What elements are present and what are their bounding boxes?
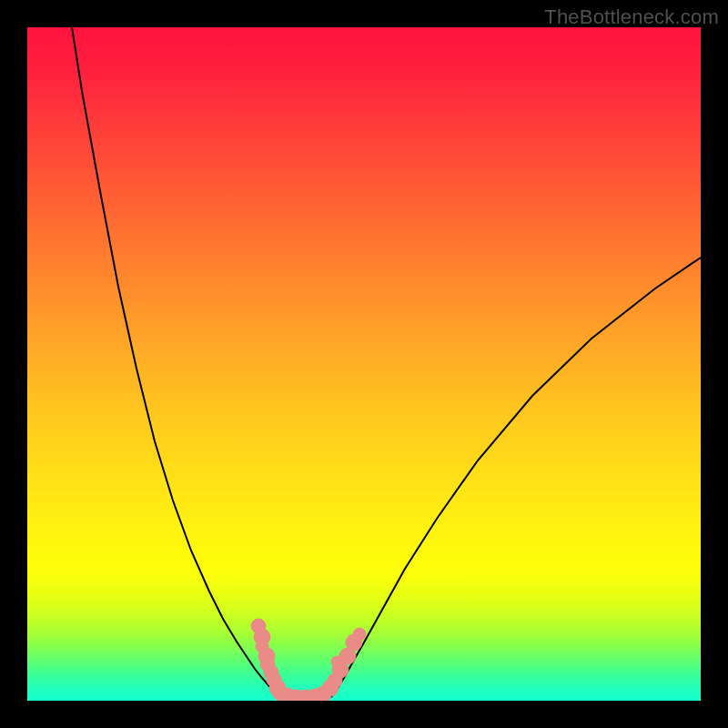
watermark-text: TheBottleneck.com [544, 5, 719, 29]
bottleneck-curves [72, 27, 701, 699]
marker-point [353, 628, 366, 641]
plot-area [27, 27, 701, 701]
curve-right-branch [332, 258, 701, 696]
data-markers [251, 619, 366, 701]
chart-frame: TheBottleneck.com [0, 0, 728, 728]
curve-layer [27, 27, 701, 701]
curve-left-branch [72, 27, 278, 696]
